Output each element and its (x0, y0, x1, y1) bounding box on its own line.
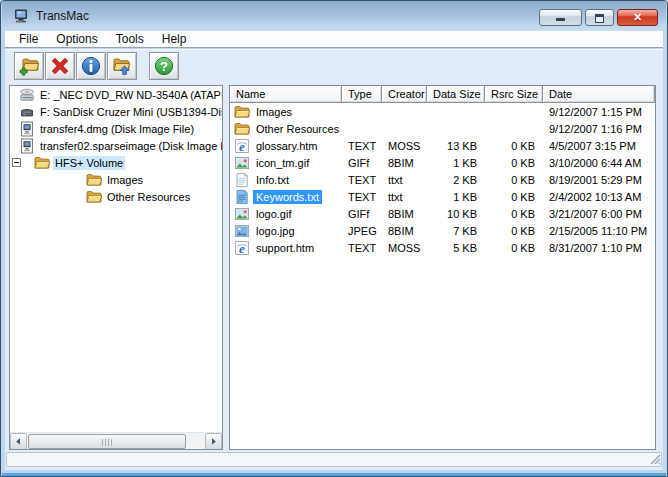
file-name-label[interactable]: Other Resources (253, 122, 342, 136)
svg-text:e: e (239, 240, 245, 255)
menu-options[interactable]: Options (47, 31, 106, 47)
file-rsrc-size-cell: 0 KB (485, 174, 543, 186)
file-row[interactable]: eglossary.htmTEXTMOSS13 KB0 KB4/5/2007 3… (230, 137, 655, 154)
file-name-cell: esupport.htm (230, 240, 342, 256)
svg-text:?: ? (160, 58, 168, 73)
tree-item[interactable]: transfer02.sparseimage (Disk Image File) (10, 137, 222, 154)
file-row[interactable]: esupport.htmTEXTMOSS5 KB0 KB8/31/2007 1:… (230, 239, 655, 256)
column-header-data-size[interactable]: Data Size (427, 86, 485, 103)
scroll-right-button[interactable] (205, 433, 222, 450)
delete-icon (49, 55, 71, 77)
gif-image-icon (234, 206, 250, 222)
file-data-size-cell: 1 KB (427, 157, 485, 169)
column-header-name[interactable]: Name (230, 86, 342, 103)
tree-item[interactable]: Other Resources (10, 188, 222, 205)
folder-up-button[interactable] (107, 52, 137, 80)
file-row[interactable]: Keywords.txtTEXTttxt1 KB0 KB2/4/2002 10:… (230, 188, 655, 205)
file-name-label[interactable]: icon_tm.gif (253, 156, 312, 170)
file-name-cell: icon_tm.gif (230, 155, 342, 171)
folder-icon (86, 172, 102, 188)
minimize-button[interactable] (539, 9, 582, 26)
file-name-cell: Info.txt (230, 172, 342, 188)
column-header-type[interactable]: Type (342, 86, 382, 103)
file-type-cell: TEXT (342, 174, 382, 186)
file-rsrc-size-cell: 0 KB (485, 225, 543, 237)
file-name-label[interactable]: logo.gif (253, 207, 294, 221)
column-header-rsrc-size[interactable]: Rsrc Size (485, 86, 543, 103)
file-date-cell: 3/21/2007 6:00 PM (543, 208, 655, 220)
file-name-label[interactable]: glossary.htm (253, 139, 321, 153)
file-date-cell: 3/10/2000 6:44 AM (543, 157, 655, 169)
status-bar (6, 452, 662, 467)
close-button[interactable]: ✕ (617, 9, 658, 26)
tree-item[interactable]: E: _NEC DVD_RW ND-3540A (ATAPI-C (10, 86, 222, 103)
folder-icon (234, 104, 250, 120)
file-row[interactable]: Images9/12/2007 1:15 PM (230, 103, 655, 120)
file-row[interactable]: icon_tm.gifGIFf8BIM1 KB0 KB3/10/2000 6:4… (230, 154, 655, 171)
file-row[interactable]: logo.gifGIFf8BIM10 KB0 KB3/21/2007 6:00 … (230, 205, 655, 222)
menu-file[interactable]: File (10, 31, 47, 47)
file-date-cell: 4/5/2007 3:15 PM (543, 140, 655, 152)
file-rsrc-size-cell: 0 KB (485, 208, 543, 220)
cd-drive-icon (19, 87, 35, 103)
file-type-cell: JPEG (342, 225, 382, 237)
file-type-cell: TEXT (342, 242, 382, 254)
file-rsrc-size-cell: 0 KB (485, 242, 543, 254)
help-button[interactable]: ? (149, 52, 179, 80)
scroll-left-button[interactable] (10, 433, 27, 450)
disk-image-icon (19, 121, 35, 137)
file-name-label[interactable]: logo.jpg (253, 224, 298, 238)
text-doc-selected-icon (234, 189, 250, 205)
folder-icon (234, 121, 250, 137)
close-icon: ✕ (633, 10, 642, 25)
menu-bar: File Options Tools Help (5, 31, 663, 48)
text-doc-icon (234, 172, 250, 188)
file-list-panel[interactable]: Name Type Creator Data Size Rsrc Size Da… (229, 85, 656, 450)
file-row[interactable]: Other Resources9/12/2007 1:16 PM (230, 120, 655, 137)
tree-item[interactable]: F: SanDisk Cruzer Mini (USB1394-Disk) (10, 103, 222, 120)
maximize-icon (595, 14, 604, 23)
menu-help[interactable]: Help (153, 31, 196, 47)
scrollbar-thumb[interactable] (28, 434, 186, 449)
column-header-date[interactable]: Date (543, 86, 655, 103)
file-name-label[interactable]: support.htm (253, 241, 317, 255)
file-name-label[interactable]: Keywords.txt (253, 190, 322, 204)
file-row[interactable]: Info.txtTEXTttxt2 KB0 KB8/19/2001 5:29 P… (230, 171, 655, 188)
file-name-cell: Other Resources (230, 121, 342, 137)
window-bottom-edge (2, 473, 666, 476)
disk-image-icon (19, 138, 35, 154)
menu-tools[interactable]: Tools (107, 31, 153, 47)
file-date-cell: 9/12/2007 1:16 PM (543, 123, 655, 135)
resize-grip-icon[interactable] (649, 453, 661, 465)
tree-item[interactable]: Images (10, 171, 222, 188)
horizontal-scrollbar[interactable] (10, 432, 222, 449)
maximize-button[interactable] (585, 9, 614, 26)
list-header: Name Type Creator Data Size Rsrc Size Da… (230, 86, 655, 103)
file-row[interactable]: logo.jpgJPEG8BIM7 KB0 KB2/15/2005 11:10 … (230, 222, 655, 239)
info-button[interactable] (76, 52, 106, 80)
tree-item[interactable]: HFS+ Volume (10, 154, 222, 171)
volume-tree-panel[interactable]: E: _NEC DVD_RW ND-3540A (ATAPI-CF: SanDi… (9, 85, 223, 450)
file-data-size-cell: 13 KB (427, 140, 485, 152)
folder-add-button[interactable] (14, 52, 44, 80)
file-type-cell: TEXT (342, 140, 382, 152)
file-name-cell: Keywords.txt (230, 189, 342, 205)
title-bar[interactable]: TransMac ✕ (2, 1, 666, 31)
file-rsrc-size-cell: 0 KB (485, 191, 543, 203)
file-date-cell: 8/31/2007 1:10 PM (543, 242, 655, 254)
file-name-label[interactable]: Info.txt (253, 173, 292, 187)
html-doc-icon: e (234, 240, 250, 256)
file-name-label[interactable]: Images (253, 105, 295, 119)
scroll-left-arrow-icon (14, 437, 23, 446)
collapse-expander-icon[interactable] (12, 158, 21, 167)
file-data-size-cell: 5 KB (427, 242, 485, 254)
file-creator-cell: 8BIM (382, 208, 427, 220)
file-date-cell: 8/19/2001 5:29 PM (543, 174, 655, 186)
folder-up-icon (111, 55, 133, 77)
file-date-cell: 2/4/2002 10:13 AM (543, 191, 655, 203)
transmac-window: TransMac ✕ File Options Tools Help ? E: … (0, 0, 668, 477)
tree-item[interactable]: transfer4.dmg (Disk Image File) (10, 120, 222, 137)
column-header-creator[interactable]: Creator (382, 86, 427, 103)
delete-button[interactable] (45, 52, 75, 80)
html-doc-icon: e (234, 138, 250, 154)
